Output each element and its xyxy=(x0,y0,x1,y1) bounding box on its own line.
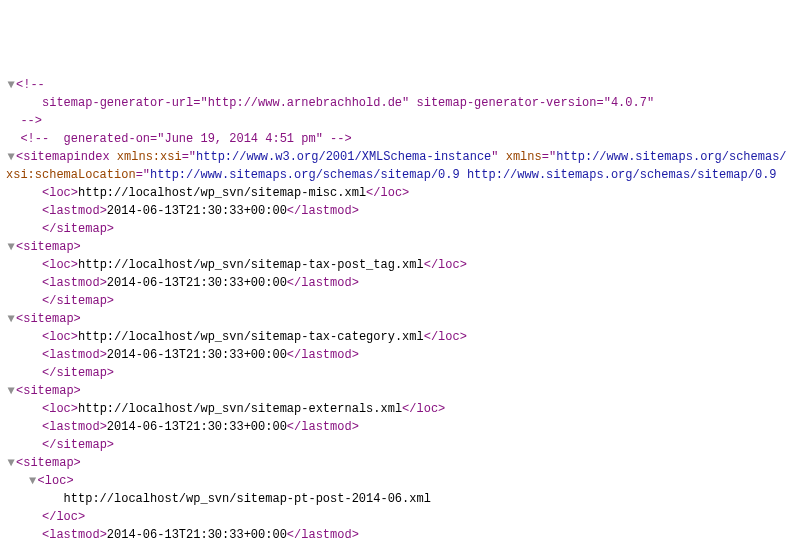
xml-source-view: ▼<!-- sitemap-generator-url="http://www.… xyxy=(6,76,794,541)
xml-token: </sitemap> xyxy=(42,294,114,308)
xml-line: http://localhost/wp_svn/sitemap-pt-post-… xyxy=(6,490,794,508)
xml-token: <loc> xyxy=(38,474,74,488)
xml-token: </sitemap> xyxy=(42,366,114,380)
xml-token: </lastmod> xyxy=(287,204,359,218)
xml-token: xmlns:xsi xyxy=(117,150,182,164)
xml-token: <loc> xyxy=(42,330,78,344)
xml-token: sitemap-generator-url="http://www.arnebr… xyxy=(42,96,654,110)
expand-arrow-icon[interactable]: ▼ xyxy=(6,454,16,472)
xml-line: ▼<sitemap> xyxy=(6,310,794,328)
xml-token: <sitemap> xyxy=(16,240,81,254)
xml-token: <lastmod> xyxy=(42,276,107,290)
xml-token: <loc> xyxy=(42,258,78,272)
xml-token: " xyxy=(491,150,505,164)
xml-token: </lastmod> xyxy=(287,348,359,362)
xml-token: http://www.sitemaps.org/schemas/ xyxy=(556,150,786,164)
xml-token: 2014-06-13T21:30:33+00:00 xyxy=(107,204,287,218)
xml-token: <lastmod> xyxy=(42,420,107,434)
xml-line: <loc>http://localhost/wp_svn/sitemap-mis… xyxy=(6,184,794,202)
xml-token: http://localhost/wp_svn/sitemap-misc.xml xyxy=(78,186,366,200)
xml-line: ▼<sitemap> xyxy=(6,382,794,400)
xml-line: </loc> xyxy=(6,508,794,526)
expand-arrow-icon[interactable]: ▼ xyxy=(6,382,16,400)
xml-token: xsi:schemaLocation xyxy=(6,168,136,182)
xml-token: <loc> xyxy=(42,402,78,416)
xml-token: </sitemap> xyxy=(42,438,114,452)
xml-token: </loc> xyxy=(402,402,445,416)
xml-token: <lastmod> xyxy=(42,204,107,218)
xml-token: http://localhost/wp_svn/sitemap-tax-post… xyxy=(78,258,424,272)
xml-line: ▼<sitemapindex xmlns:xsi="http://www.w3.… xyxy=(6,148,794,166)
xml-token: http://www.sitemaps.org/schemas/sitemap/… xyxy=(150,168,777,182)
xml-line: <loc>http://localhost/wp_svn/sitemap-ext… xyxy=(6,400,794,418)
xml-line: ▼<loc> xyxy=(6,472,794,490)
expand-arrow-icon[interactable]: ▼ xyxy=(6,310,16,328)
xml-line: <lastmod>2014-06-13T21:30:33+00:00</last… xyxy=(6,202,794,220)
xml-token: </loc> xyxy=(42,510,85,524)
expand-arrow-icon[interactable]: ▼ xyxy=(6,76,16,94)
xml-token: <!-- xyxy=(16,78,45,92)
xml-line: <lastmod>2014-06-13T21:30:33+00:00</last… xyxy=(6,346,794,364)
xml-token: </loc> xyxy=(366,186,409,200)
xml-line: ▼<sitemap> xyxy=(6,238,794,256)
xml-line: --> xyxy=(6,112,794,130)
xml-line: ▼<!-- xyxy=(6,76,794,94)
expand-arrow-icon[interactable]: ▼ xyxy=(28,472,38,490)
xml-line: <lastmod>2014-06-13T21:30:33+00:00</last… xyxy=(6,274,794,292)
xml-token: 2014-06-13T21:30:33+00:00 xyxy=(107,276,287,290)
xml-line: </sitemap> xyxy=(6,292,794,310)
xml-token: <lastmod> xyxy=(42,528,107,541)
xml-line: <!-- generated-on="June 19, 2014 4:51 pm… xyxy=(6,130,794,148)
xml-token: <loc> xyxy=(42,186,78,200)
xml-token: </loc> xyxy=(424,258,467,272)
xml-token: </lastmod> xyxy=(287,276,359,290)
xml-token: </sitemap> xyxy=(42,222,114,236)
xml-token: http://localhost/wp_svn/sitemap-pt-post-… xyxy=(64,492,431,506)
xml-token: <sitemapindex xyxy=(16,150,117,164)
xml-line: <loc>http://localhost/wp_svn/sitemap-tax… xyxy=(6,328,794,346)
xml-line: </sitemap> xyxy=(6,364,794,382)
xml-token: <sitemap> xyxy=(16,312,81,326)
xml-line: <lastmod>2014-06-13T21:30:33+00:00</last… xyxy=(6,526,794,541)
xml-token: <sitemap> xyxy=(16,384,81,398)
xml-line: xsi:schemaLocation="http://www.sitemaps.… xyxy=(6,166,794,184)
xml-token: <sitemap> xyxy=(16,456,81,470)
xml-token: http://localhost/wp_svn/sitemap-external… xyxy=(78,402,402,416)
xml-line: <lastmod>2014-06-13T21:30:33+00:00</last… xyxy=(6,418,794,436)
xml-token: <lastmod> xyxy=(42,348,107,362)
xml-line: </sitemap> xyxy=(6,220,794,238)
xml-line: ▼<sitemap> xyxy=(6,454,794,472)
xml-token: 2014-06-13T21:30:33+00:00 xyxy=(107,528,287,541)
xml-line: sitemap-generator-url="http://www.arnebr… xyxy=(6,94,794,112)
xml-token: </lastmod> xyxy=(287,420,359,434)
xml-token: http://localhost/wp_svn/sitemap-tax-cate… xyxy=(78,330,424,344)
xml-token: 2014-06-13T21:30:33+00:00 xyxy=(107,420,287,434)
xml-token: 2014-06-13T21:30:33+00:00 xyxy=(107,348,287,362)
xml-token: </lastmod> xyxy=(287,528,359,541)
xml-token: http://www.w3.org/2001/XMLSchema-instanc… xyxy=(196,150,491,164)
xml-token: --> xyxy=(20,114,42,128)
xml-token: =" xyxy=(136,168,150,182)
expand-arrow-icon[interactable]: ▼ xyxy=(6,238,16,256)
xml-token: xmlns xyxy=(506,150,542,164)
xml-line: </sitemap> xyxy=(6,436,794,454)
xml-line: <loc>http://localhost/wp_svn/sitemap-tax… xyxy=(6,256,794,274)
expand-arrow-icon[interactable]: ▼ xyxy=(6,148,16,166)
xml-token: <!-- generated-on="June 19, 2014 4:51 pm… xyxy=(20,132,351,146)
xml-token: =" xyxy=(542,150,556,164)
xml-token: =" xyxy=(182,150,196,164)
xml-token: </loc> xyxy=(424,330,467,344)
